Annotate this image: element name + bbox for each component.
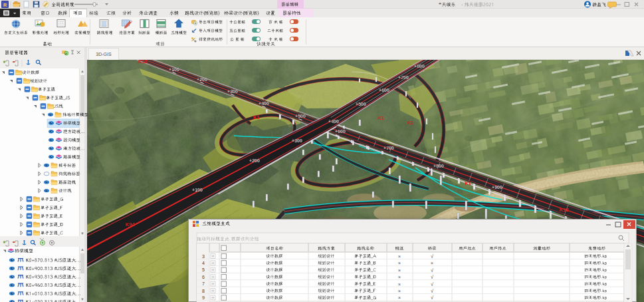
svg-text:×: × [398, 260, 401, 266]
svg-text:7: 7 [202, 281, 205, 286]
svg-text:+600: +600 [379, 88, 389, 92]
svg-text:K12: K12 [138, 60, 148, 65]
svg-text:+400: +400 [328, 119, 339, 124]
svg-text:+900: +900 [492, 185, 502, 190]
svg-text:×: × [398, 274, 401, 280]
svg-text:K1: K1 [377, 115, 384, 121]
svg-text:+100: +100 [192, 188, 203, 192]
svg-text:6: 6 [202, 275, 205, 279]
svg-text:×: × [431, 260, 433, 266]
svg-text:×: × [398, 267, 401, 273]
svg-text:+500: +500 [356, 102, 366, 106]
svg-text:+400: +400 [259, 101, 269, 106]
svg-text:×: × [398, 288, 401, 294]
svg-text:+600: +600 [335, 129, 346, 134]
svg-text:3: 3 [202, 254, 205, 259]
svg-text:R: R [3, 3, 7, 7]
svg-text:+200: +200 [249, 158, 260, 163]
svg-text:K1: K1 [407, 120, 413, 126]
svg-text:+300: +300 [292, 138, 302, 143]
svg-text:×: × [398, 281, 401, 287]
svg-text:K1: K1 [253, 114, 260, 120]
svg-text:+500: +500 [295, 114, 306, 118]
svg-text:+700: +700 [383, 146, 394, 150]
svg-text:K13: K13 [560, 207, 569, 213]
svg-text:K1: K1 [465, 180, 471, 186]
svg-text:+200: +200 [197, 77, 207, 82]
svg-text:4: 4 [202, 261, 205, 265]
svg-text:+800: +800 [433, 164, 444, 168]
svg-text:×: × [398, 253, 401, 259]
svg-text:8: 8 [202, 289, 205, 293]
svg-text:+700: +700 [398, 75, 409, 80]
svg-text:K94: K94 [126, 222, 136, 227]
svg-text:5: 5 [202, 267, 205, 272]
svg-text:+300: +300 [227, 89, 238, 94]
svg-text:9: 9 [202, 295, 205, 300]
svg-text:+100: +100 [169, 67, 179, 72]
svg-text:×: × [398, 295, 401, 301]
svg-text:+800: +800 [414, 64, 425, 69]
